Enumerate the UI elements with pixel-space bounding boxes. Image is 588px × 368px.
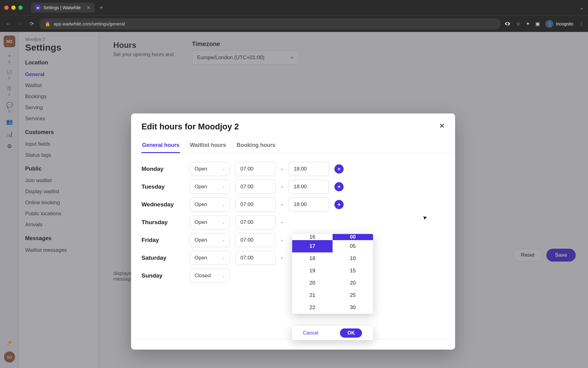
browser-tab-bar: w Settings | Waitwhile ✕ + ⌄: [0, 0, 588, 15]
modal-title: Edit hours for Moodjoy 2: [141, 122, 239, 132]
from-time-input[interactable]: 07:00: [235, 162, 276, 176]
minute-option[interactable]: 00: [333, 234, 373, 240]
hour-option[interactable]: 19: [292, 265, 333, 277]
minute-column[interactable]: 00 05 10 15 20 25 30: [333, 234, 373, 314]
time-picker-actions: Cancel OK: [292, 326, 373, 340]
hour-option[interactable]: 17: [292, 240, 333, 252]
window-close-button[interactable]: [4, 6, 9, 10]
status-select[interactable]: Open⌄: [190, 180, 230, 194]
to-time-input[interactable]: 18:00: [288, 162, 329, 176]
window-minimize-button[interactable]: [11, 6, 16, 10]
close-icon[interactable]: ✕: [439, 122, 445, 130]
day-row-wednesday: Wednesday Open⌄ 07:00 - 18:00 +: [141, 196, 445, 213]
tab-waitlist-hours[interactable]: Waitlist hours: [189, 138, 227, 153]
minute-option[interactable]: 05: [333, 240, 373, 252]
kebab-menu-icon[interactable]: ⋮: [579, 21, 584, 27]
hour-option[interactable]: 22: [292, 301, 333, 314]
minute-option[interactable]: 25: [333, 289, 373, 301]
window-maximize-button[interactable]: [18, 6, 23, 10]
day-row-monday: Monday Open⌄ 07:00 - 18:00 +: [141, 160, 445, 178]
hour-option[interactable]: 18: [292, 252, 333, 265]
window-controls: [4, 6, 23, 10]
chevron-down-icon: ⌄: [222, 220, 225, 224]
chevron-down-icon: ⌄: [222, 238, 225, 242]
hour-column[interactable]: 16 17 18 19 20 21 22: [292, 234, 333, 314]
from-time-input[interactable]: 07:00: [235, 215, 276, 229]
status-select[interactable]: Open⌄: [190, 233, 230, 247]
from-time-input[interactable]: 07:00: [235, 251, 276, 265]
address-bar[interactable]: 🔒 app.waitwhile.com/settings/general: [39, 18, 501, 29]
extensions-icon[interactable]: ✦: [526, 21, 530, 27]
incognito-icon: 👤: [545, 20, 553, 28]
status-select[interactable]: Open⌄: [190, 251, 230, 265]
from-time-input[interactable]: 07:00: [235, 197, 276, 212]
chevron-down-icon: ⌄: [222, 185, 225, 189]
add-interval-button[interactable]: +: [334, 200, 344, 209]
tab-favicon-icon: w: [36, 5, 40, 10]
tab-close-icon[interactable]: ✕: [87, 5, 90, 10]
tab-general-hours[interactable]: General hours: [141, 138, 180, 153]
time-picker: 16 17 18 19 20 21 22 00 05 10 15 20 25 3…: [292, 234, 373, 314]
status-select[interactable]: Closed⌄: [190, 269, 230, 283]
minute-option[interactable]: 15: [333, 265, 373, 277]
panel-icon[interactable]: ▣: [535, 21, 540, 27]
minute-option[interactable]: 30: [333, 301, 373, 314]
chevron-down-icon: ⌄: [222, 202, 225, 207]
back-button[interactable]: ←: [4, 21, 12, 27]
lock-icon: 🔒: [45, 21, 51, 27]
eye-off-icon[interactable]: 👁‍🗨: [504, 21, 511, 27]
tab-booking-hours[interactable]: Booking hours: [236, 138, 276, 153]
tabs-menu-icon[interactable]: ⌄: [580, 5, 584, 10]
incognito-badge[interactable]: 👤 Incognito: [545, 20, 573, 28]
hour-option[interactable]: 16: [292, 234, 333, 240]
day-row-tuesday: Tuesday Open⌄ 07:00 - 18:00 +: [141, 178, 445, 196]
star-icon[interactable]: ☆: [516, 21, 520, 27]
add-interval-button[interactable]: +: [334, 164, 344, 174]
chevron-down-icon: ⌄: [222, 167, 225, 171]
minute-option[interactable]: 20: [333, 277, 373, 289]
browser-toolbar: ← → ⟳ 🔒 app.waitwhile.com/settings/gener…: [0, 15, 588, 32]
status-select[interactable]: Open⌄: [190, 197, 230, 212]
status-select[interactable]: Open⌄: [190, 162, 230, 176]
chevron-down-icon: ⌄: [222, 274, 225, 278]
status-select[interactable]: Open⌄: [190, 215, 230, 229]
timepicker-ok-button[interactable]: OK: [340, 328, 362, 338]
modal-tabs: General hours Waitlist hours Booking hou…: [131, 138, 455, 153]
add-interval-button[interactable]: +: [334, 182, 344, 191]
tab-title: Settings | Waitwhile: [43, 5, 81, 10]
new-tab-button[interactable]: +: [96, 3, 106, 12]
minute-option[interactable]: 10: [333, 252, 373, 265]
hour-option[interactable]: 20: [292, 277, 333, 289]
hour-option[interactable]: 21: [292, 289, 333, 301]
from-time-input[interactable]: 07:00: [235, 180, 276, 194]
url-text: app.waitwhile.com/settings/general: [54, 21, 125, 26]
browser-tab[interactable]: w Settings | Waitwhile ✕: [31, 3, 95, 13]
edit-hours-modal: Edit hours for Moodjoy 2 ✕ General hours…: [131, 113, 455, 350]
reload-button[interactable]: ⟳: [28, 21, 36, 27]
forward-button[interactable]: →: [16, 21, 24, 27]
timepicker-cancel-button[interactable]: Cancel: [303, 330, 318, 336]
day-row-thursday: Thursday Open⌄ 07:00 -: [141, 213, 445, 231]
from-time-input[interactable]: 07:00: [235, 233, 276, 247]
to-time-input[interactable]: 18:00: [288, 197, 329, 212]
to-time-input[interactable]: 18:00: [288, 180, 329, 194]
modal-footer: [131, 339, 455, 350]
chevron-down-icon: ⌄: [222, 256, 225, 260]
